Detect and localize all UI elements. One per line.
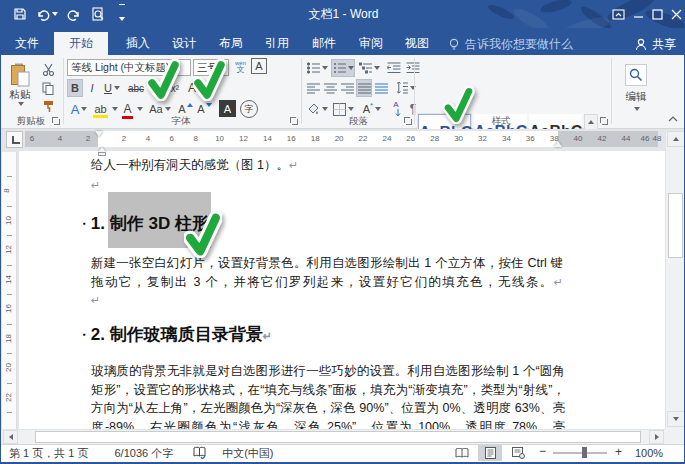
tell-me-box[interactable]: 告诉我你想要做什么 bbox=[449, 36, 573, 53]
align-right-button[interactable] bbox=[339, 79, 355, 97]
tab-file[interactable]: 文件 bbox=[3, 32, 51, 55]
zoom-out-button[interactable]: − bbox=[539, 444, 546, 458]
vertical-ruler[interactable]: 810121416182022 bbox=[2, 152, 17, 430]
read-mode-button[interactable] bbox=[450, 445, 474, 461]
character-border-glyph: A bbox=[255, 60, 262, 72]
paragraph-dialog-launcher[interactable] bbox=[404, 117, 413, 126]
vertical-scrollbar[interactable] bbox=[665, 131, 685, 429]
ruler-number: 24 bbox=[382, 134, 391, 143]
tab-design[interactable]: 设计 bbox=[161, 32, 207, 55]
text-effects-button[interactable]: A bbox=[67, 100, 91, 118]
minimize-button[interactable] bbox=[628, 0, 648, 28]
decrease-indent-button[interactable] bbox=[385, 59, 403, 77]
close-button[interactable] bbox=[666, 0, 685, 28]
tab-references[interactable]: 引用 bbox=[254, 32, 300, 55]
document-paragraph[interactable]: 新建一张空白幻灯片，设置好背景色。利用自选图形绘制出 1 个立方体，按住 Ctr… bbox=[91, 254, 563, 291]
underline-button[interactable]: U bbox=[101, 79, 123, 97]
spellcheck-book-icon bbox=[193, 446, 206, 459]
styles-gallery-up-button[interactable] bbox=[584, 114, 598, 130]
cut-button[interactable] bbox=[39, 60, 57, 78]
numbering-button[interactable] bbox=[331, 59, 355, 77]
ruler-tick bbox=[7, 265, 12, 266]
justify-button[interactable] bbox=[356, 79, 372, 97]
styles-dialog-launcher[interactable] bbox=[600, 117, 609, 126]
copy-button[interactable] bbox=[39, 79, 57, 97]
format-painter-icon bbox=[42, 100, 55, 113]
justify-icon bbox=[358, 83, 371, 94]
print-layout-button[interactable] bbox=[478, 445, 502, 461]
scroll-left-button[interactable] bbox=[3, 430, 18, 444]
scroll-right-button[interactable] bbox=[649, 430, 664, 444]
bullets-button[interactable] bbox=[305, 59, 329, 77]
scroll-down-button[interactable] bbox=[667, 411, 685, 427]
zoom-in-button[interactable]: + bbox=[615, 445, 622, 459]
font-dialog-launcher[interactable] bbox=[290, 117, 299, 126]
zoom-slider-thumb[interactable] bbox=[582, 447, 587, 458]
ruler-number: 12 bbox=[4, 245, 13, 254]
ribbon-display-options-button[interactable] bbox=[608, 0, 628, 28]
right-indent-marker[interactable] bbox=[554, 141, 562, 147]
decrease-indent-icon bbox=[387, 62, 401, 74]
bold-button[interactable]: B bbox=[67, 79, 83, 97]
phonetic-guide-button[interactable]: wén 文 bbox=[232, 58, 249, 75]
collapse-ribbon-button[interactable] bbox=[665, 113, 681, 125]
strikethrough-button[interactable]: abc bbox=[125, 79, 147, 97]
paste-button[interactable]: 粘贴 bbox=[5, 58, 35, 110]
tab-insert[interactable]: 插入 bbox=[115, 32, 161, 55]
horizontal-ruler[interactable]: 6422468101214161820222426283032343638404… bbox=[25, 131, 658, 147]
distribute-button[interactable] bbox=[373, 79, 389, 97]
annotation-checkmark bbox=[193, 59, 226, 101]
language-indicator[interactable]: 中文(中国) bbox=[222, 446, 273, 461]
clipboard-dialog-launcher[interactable] bbox=[52, 117, 61, 126]
person-icon bbox=[635, 38, 647, 51]
maximize-button[interactable] bbox=[647, 0, 667, 28]
document-page[interactable]: 给人一种别有洞天的感觉（图 1）。↵ ↵ ▪1. 制作 3D 柱形↵ 新建一张空… bbox=[19, 151, 665, 429]
first-line-indent-marker[interactable] bbox=[95, 131, 103, 137]
tab-layout[interactable]: 布局 bbox=[208, 32, 254, 55]
ruler-number: 32 bbox=[478, 134, 487, 143]
align-left-button[interactable] bbox=[305, 79, 321, 97]
vertical-scroll-thumb[interactable] bbox=[668, 193, 683, 258]
editing-dropdown-caret bbox=[634, 107, 640, 111]
ruler-number: 14 bbox=[263, 134, 272, 143]
tab-home[interactable]: 开始 bbox=[54, 32, 108, 55]
share-button[interactable]: 共享 bbox=[635, 36, 676, 53]
ribbon-tab-row: 文件 开始 插入 设计 布局 引用 邮件 审阅 视图 告诉我你想要做什么 共享 bbox=[1, 28, 685, 55]
ruler-number: 18 bbox=[4, 334, 13, 343]
spellcheck-status-button[interactable] bbox=[193, 446, 206, 461]
increase-indent-button[interactable] bbox=[404, 59, 422, 77]
document-paragraph[interactable]: 给人一种别有洞天的感觉（图 1）。↵ bbox=[91, 156, 563, 175]
italic-button[interactable]: I bbox=[85, 79, 99, 97]
horizontal-scrollbar[interactable] bbox=[1, 429, 665, 444]
editing-button[interactable]: 编辑 bbox=[615, 59, 657, 115]
ruler-number: 22 bbox=[359, 134, 368, 143]
annotation-checkmark bbox=[442, 86, 475, 124]
enclose-characters-button[interactable]: 字 bbox=[240, 100, 258, 118]
zoom-slider-track[interactable] bbox=[553, 452, 607, 454]
document-paragraph[interactable]: 玻璃质的背景无非就是对自选图形进行一些巧妙的设置。利用自选图形绘制 1 个“圆角… bbox=[91, 362, 565, 429]
ruler-number: 12 bbox=[239, 134, 248, 143]
character-border-button[interactable]: A bbox=[251, 58, 267, 74]
align-center-button[interactable] bbox=[322, 79, 338, 97]
empty-paragraph[interactable]: ↵ bbox=[91, 176, 100, 195]
empty-paragraph[interactable]: ↵ bbox=[91, 291, 100, 310]
word-count[interactable]: 6/1036 个字 bbox=[114, 446, 173, 461]
format-painter-button[interactable] bbox=[39, 97, 57, 115]
multilevel-list-button[interactable] bbox=[357, 59, 381, 77]
heading-bullet: ▪ bbox=[83, 330, 86, 339]
page-indicator[interactable]: 第 1 页，共 1 页 bbox=[9, 446, 88, 461]
zoom-level[interactable]: 100% bbox=[635, 447, 663, 459]
tab-stop-selector[interactable] bbox=[6, 131, 23, 148]
left-indent-marker[interactable] bbox=[98, 152, 106, 156]
tab-mailings[interactable]: 邮件 bbox=[301, 32, 347, 55]
increase-indent-icon bbox=[406, 62, 420, 74]
scroll-up-button[interactable] bbox=[667, 131, 685, 147]
heading-text: 制作玻璃质目录背景 bbox=[110, 325, 263, 344]
document-heading-2[interactable]: ▪2. 制作玻璃质目录背景↵ bbox=[83, 323, 272, 346]
highlight-color-button[interactable]: ab bbox=[93, 100, 119, 118]
horizontal-scroll-thumb[interactable] bbox=[35, 431, 641, 443]
tab-review[interactable]: 审阅 bbox=[348, 32, 394, 55]
ribbon: 粘贴 剪贴板 等线 Light (中文标题) 三号 wén 文 A B I bbox=[1, 55, 685, 129]
web-layout-button[interactable] bbox=[506, 445, 530, 461]
tab-view[interactable]: 视图 bbox=[394, 32, 440, 55]
